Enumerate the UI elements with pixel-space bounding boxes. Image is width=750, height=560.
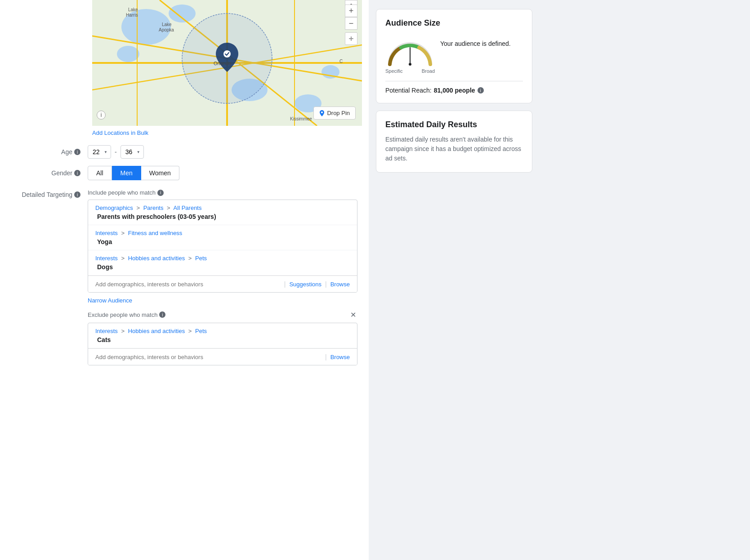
include-targeting-box: Demographics > Parents > All Parents Par… — [88, 200, 357, 293]
interests-fitness-link[interactable]: Interests — [95, 230, 118, 236]
svg-text:Apopka: Apopka — [159, 27, 174, 32]
hobbies-link[interactable]: Hobbies and activities — [128, 255, 185, 262]
hobbies-exclude-link[interactable]: Hobbies and activities — [128, 328, 185, 334]
potential-reach-info-icon[interactable]: i — [478, 87, 484, 93]
targeting-item-demographics: Demographics > Parents > All Parents Par… — [88, 200, 357, 225]
estimated-daily-card: Estimated Daily Results Estimated daily … — [376, 111, 532, 173]
zoom-in-button[interactable]: + — [345, 4, 357, 17]
svg-point-26 — [409, 63, 411, 66]
svg-point-15 — [223, 50, 231, 58]
drop-pin-button[interactable]: Drop Pin — [313, 107, 356, 120]
age-max-wrapper: 36 25303540 45505565 — [121, 145, 144, 159]
age-field-row: Age i 22 18192021 23242530 - 36 25303540 — [0, 142, 369, 162]
pets-link[interactable]: Pets — [195, 255, 207, 262]
svg-text:Harris: Harris — [126, 13, 138, 18]
include-search-input[interactable] — [95, 281, 281, 288]
age-min-select[interactable]: 22 18192021 23242530 — [88, 145, 111, 159]
age-max-select[interactable]: 36 25303540 45505565 — [121, 145, 144, 159]
targeting-item-pets: Interests > Hobbies and activities > Pet… — [88, 250, 357, 276]
exclude-targeting-box: Interests > Hobbies and activities > Pet… — [88, 323, 357, 365]
exclude-input-row: | Browse — [88, 348, 357, 365]
age-info-icon[interactable]: i — [74, 149, 80, 155]
targeting-name-dogs: Dogs — [95, 263, 350, 271]
map-container: Orlando Lake Apopka Lake Harris Kissimme… — [92, 0, 362, 126]
fitness-wellness-link[interactable]: Fitness and wellness — [128, 230, 183, 236]
detailed-targeting-row: Detailed Targeting i Include people who … — [0, 184, 369, 371]
gender-buttons: All Men Women — [88, 166, 179, 180]
browse-link[interactable]: Browse — [330, 281, 350, 288]
exclude-item-cats: Interests > Hobbies and activities > Pet… — [88, 323, 357, 348]
svg-text:C: C — [339, 59, 343, 64]
age-controls: 22 18192021 23242530 - 36 25303540 45505… — [88, 145, 144, 159]
targeting-breadcrumb-demographics: Demographics > Parents > All Parents — [95, 204, 350, 211]
exclude-header: Exclude people who match i ✕ — [88, 310, 357, 319]
compass-button[interactable] — [345, 32, 357, 45]
exclude-info-icon[interactable]: i — [159, 311, 165, 318]
right-sidebar: Audience Size — [369, 0, 540, 560]
suggestions-link[interactable]: Suggestions — [289, 281, 321, 288]
svg-text:Lake: Lake — [162, 22, 172, 27]
svg-point-3 — [117, 46, 139, 62]
exclude-search-input[interactable] — [95, 354, 321, 360]
age-dash: - — [115, 148, 117, 156]
targeting-item-fitness: Interests > Fitness and wellness Yoga — [88, 225, 357, 250]
narrow-audience-link[interactable]: Narrow Audience — [88, 297, 132, 304]
demographics-link[interactable]: Demographics — [95, 204, 133, 211]
svg-point-2 — [169, 4, 196, 22]
all-parents-link[interactable]: All Parents — [174, 204, 202, 211]
gender-women-button[interactable]: Women — [141, 166, 179, 180]
gauge-wrapper — [385, 35, 435, 67]
estimated-daily-title: Estimated Daily Results — [385, 120, 523, 129]
targeting-name-preschoolers: Parents with preschoolers (03-05 years) — [95, 213, 350, 220]
gender-men-button[interactable]: Men — [112, 166, 141, 180]
include-info-icon[interactable]: i — [157, 190, 164, 196]
targeting-name-yoga: Yoga — [95, 238, 350, 245]
audience-desc: Your audience is defined. — [440, 35, 511, 49]
gauge-container: Specific Broad Your audience is defined. — [385, 35, 523, 74]
audience-divider — [385, 81, 523, 81]
svg-rect-24 — [349, 38, 353, 39]
gender-field-row: Gender i All Men Women — [0, 162, 369, 184]
age-label: Age i — [0, 148, 88, 156]
exclude-breadcrumb-cats: Interests > Hobbies and activities > Pet… — [95, 328, 350, 334]
audience-size-title: Audience Size — [385, 18, 523, 28]
map-zoom-controls: + − — [345, 4, 357, 45]
svg-text:Orlando: Orlando — [214, 61, 231, 66]
parents-link[interactable]: Parents — [143, 204, 164, 211]
broad-label: Broad — [422, 68, 435, 74]
age-min-wrapper: 22 18192021 23242530 — [88, 145, 111, 159]
interests-exclude-link[interactable]: Interests — [95, 328, 118, 334]
targeting-breadcrumb-pets: Interests > Hobbies and activities > Pet… — [95, 255, 350, 262]
estimated-daily-desc: Estimated daily results aren't available… — [385, 135, 523, 163]
gauge-labels: Specific Broad — [385, 68, 435, 74]
add-locations-link[interactable]: Add Locations in Bulk — [0, 126, 148, 142]
include-input-row: | Suggestions | Browse — [88, 276, 357, 292]
detailed-targeting-label: Detailed Targeting i — [0, 189, 88, 198]
map-info-icon[interactable]: i — [97, 111, 106, 120]
potential-reach: Potential Reach: 81,000 people i — [385, 87, 523, 94]
specific-label: Specific — [385, 68, 403, 74]
potential-reach-value: 81,000 people — [434, 87, 475, 94]
targeting-content: Include people who match i Demographics … — [88, 189, 357, 365]
include-label: Include people who match i — [88, 189, 357, 196]
svg-text:Kissimmee: Kissimmee — [290, 116, 312, 121]
exclude-label: Exclude people who match i — [88, 311, 165, 318]
pets-exclude-link[interactable]: Pets — [195, 328, 207, 334]
svg-text:Lake: Lake — [128, 7, 138, 12]
targeting-breadcrumb-fitness: Interests > Fitness and wellness — [95, 230, 350, 236]
detailed-targeting-info-icon[interactable]: i — [74, 191, 80, 198]
exclude-browse-link[interactable]: Browse — [330, 354, 350, 360]
targeting-name-cats: Cats — [95, 336, 350, 343]
interests-hobbies-link[interactable]: Interests — [95, 255, 118, 262]
audience-size-card: Audience Size — [376, 9, 532, 103]
gender-label: Gender i — [0, 169, 88, 177]
zoom-out-button[interactable]: − — [345, 17, 357, 30]
exclude-close-button[interactable]: ✕ — [348, 310, 357, 319]
gender-all-button[interactable]: All — [88, 166, 112, 180]
gender-info-icon[interactable]: i — [74, 170, 80, 176]
